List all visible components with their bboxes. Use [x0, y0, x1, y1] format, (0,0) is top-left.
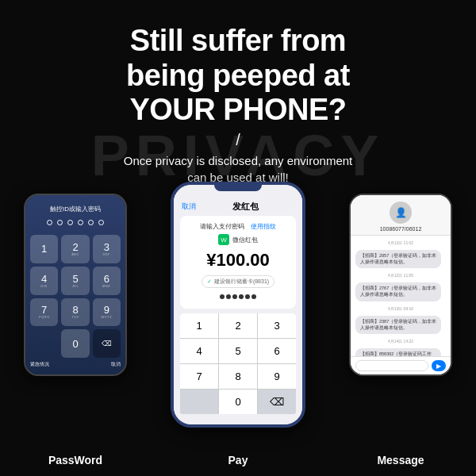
pay-dot-6: [251, 294, 256, 299]
topbar-title: 发红包: [232, 201, 259, 213]
key-empty: [30, 329, 58, 358]
phone-password: 触控ID或输入密码 1 2ABC 3DEF 4GHI 5JKL 6MNO: [24, 194, 127, 376]
label-password: PassWord: [24, 454, 127, 466]
dot-2: [57, 220, 63, 225]
pay-dot-4: [239, 294, 244, 299]
key-8[interactable]: 8TUV: [61, 298, 89, 327]
lock-bottom: 紧急情况 取消: [30, 361, 121, 368]
lock-dots: [47, 220, 104, 225]
wechat-key-8[interactable]: 8: [219, 364, 257, 389]
subheadline: Once privacy is disclosed, any environme…: [24, 152, 452, 186]
payment-amount: ¥100.00: [206, 250, 270, 271]
main-container: Still suffer from being peeped at YOUR P…: [0, 0, 476, 476]
sms-bubble-1: 【招商】2957（登录验证码，如非本人操作请忽略本短信。: [355, 250, 441, 268]
dot-1: [47, 220, 52, 225]
sms-input-area: ▶: [351, 356, 451, 374]
use-touch-id[interactable]: 使用指纹: [251, 223, 276, 230]
wechat-key-4[interactable]: 4: [180, 339, 218, 363]
wechat-key-9[interactable]: 9: [258, 364, 296, 389]
wechat-brand: W 微信红包: [218, 234, 258, 245]
sms-time-2: 4月12日 11:05: [355, 273, 446, 278]
key-7[interactable]: 7PQRS: [30, 298, 58, 327]
phone-wechat-pay: 取消 发红包 请输入支付密码 使用指纹 W 微信红包 ¥100.00: [171, 182, 305, 428]
wechat-key-empty: [180, 390, 218, 414]
pay-dot-1: [220, 294, 225, 299]
contact-number: 10086077/06012: [380, 226, 422, 232]
key-backspace[interactable]: ⌫: [93, 329, 121, 358]
sms-time-4: 4月14日 14:22: [355, 339, 446, 344]
wechat-payment-card: 请输入支付密码 使用指纹 W 微信红包 ¥100.00 ✓ 建设银行储蓄卡(88…: [180, 216, 296, 309]
wechat-keypad: 1 2 3 4 5 6 7 8 9 0 ⌫: [180, 313, 296, 414]
labels-section: PassWord Pay Message: [0, 447, 476, 476]
sms-time-3: 4月13日 09:10: [355, 306, 446, 311]
wechat-key-2[interactable]: 2: [219, 313, 257, 338]
phone-notch: [214, 185, 262, 191]
sms-time-1: 4月12日 11:02: [355, 240, 446, 245]
key-6[interactable]: 6MNO: [93, 267, 121, 295]
payment-dots: [220, 294, 256, 299]
wechat-key-back[interactable]: ⌫: [258, 390, 296, 414]
sms-screen: 👤 10086077/06012 4月12日 11:02 【招商】2957（登录…: [351, 195, 451, 374]
label-message: Message: [349, 454, 452, 466]
wechat-icon: W: [218, 234, 229, 245]
phone-sms: 👤 10086077/06012 4月12日 11:02 【招商】2957（登录…: [349, 194, 452, 376]
key-1[interactable]: 1: [30, 235, 58, 263]
wechat-key-0[interactable]: 0: [219, 390, 257, 414]
lock-keypad: 1 2ABC 3DEF 4GHI 5JKL 6MNO 7PQRS 8TUV 9W…: [30, 235, 121, 358]
headline-text: Still suffer from being peeped at YOUR P…: [24, 24, 452, 128]
wechat-label: 微信红包: [232, 236, 258, 244]
wechat-key-3[interactable]: 3: [258, 313, 296, 338]
dot-5: [88, 220, 94, 225]
lock-title: 触控ID或输入密码: [50, 205, 101, 213]
wechat-screen: 取消 发红包 请输入支付密码 使用指纹 W 微信红包 ¥100.00: [174, 185, 302, 424]
wechat-key-6[interactable]: 6: [258, 339, 296, 363]
dot-4: [78, 220, 83, 225]
key-0[interactable]: 0: [61, 329, 89, 358]
wechat-key-1[interactable]: 1: [180, 313, 218, 338]
sms-message-list: 4月12日 11:02 【招商】2957（登录验证码，如非本人操作请忽略本短信。…: [351, 236, 451, 356]
sms-input-field[interactable]: [355, 360, 428, 371]
lock-screen: 触控ID或输入密码 1 2ABC 3DEF 4GHI 5JKL 6MNO: [25, 195, 125, 374]
sms-bubble-3: 【招商】2387（登录验证码，如非本人操作请忽略本短信。: [355, 316, 441, 334]
key-9[interactable]: 9WXYZ: [93, 298, 121, 327]
contact-avatar: 👤: [390, 202, 412, 224]
pay-dot-3: [232, 294, 237, 299]
sms-send-button[interactable]: ▶: [432, 360, 446, 371]
sms-bubble-2: 【招商】2767（登录验证码，如非本人操作请忽略本短信。: [355, 282, 441, 301]
phones-section: 触控ID或输入密码 1 2ABC 3DEF 4GHI 5JKL 6MNO: [0, 194, 476, 476]
key-3[interactable]: 3DEF: [93, 235, 121, 263]
pay-dot-5: [245, 294, 250, 299]
wechat-key-7[interactable]: 7: [180, 364, 218, 389]
payment-method: ✓ 建设银行储蓄卡(8831): [202, 275, 274, 288]
wechat-key-5[interactable]: 5: [219, 339, 257, 363]
headline-section: Still suffer from being peeped at YOUR P…: [0, 0, 476, 194]
sms-bubble-4: 【招商】858362（登录验证码工作人员不会索取您的密码，如非本人操作，以免财产…: [355, 348, 441, 356]
cancel-button[interactable]: 取消: [111, 361, 121, 368]
password-label: 请输入支付密码 使用指纹: [200, 222, 277, 231]
pay-dot-2: [226, 294, 231, 299]
wechat-topbar: 取消 发红包: [174, 194, 302, 216]
emergency-button[interactable]: 紧急情况: [30, 361, 49, 368]
key-4[interactable]: 4GHI: [30, 267, 58, 295]
cancel-link[interactable]: 取消: [182, 202, 196, 212]
key-2[interactable]: 2ABC: [61, 235, 89, 263]
dot-6: [98, 220, 104, 225]
sms-header: 👤 10086077/06012: [351, 195, 451, 236]
divider-slash: /: [24, 131, 452, 149]
dot-3: [67, 220, 73, 225]
key-5[interactable]: 5JKL: [61, 267, 89, 295]
label-pay: Pay: [127, 454, 349, 466]
